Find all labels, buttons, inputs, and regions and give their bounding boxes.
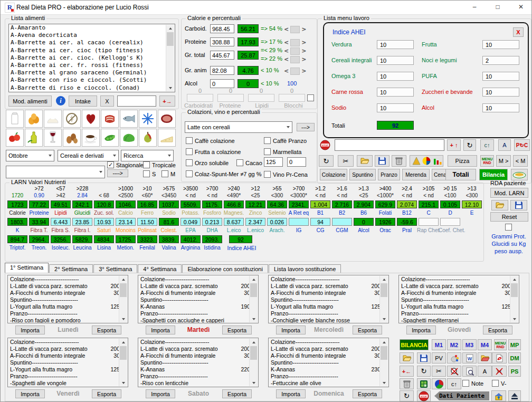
no-zoom-button[interactable] [447, 366, 461, 377]
no-cut-button[interactable]: ✂ [492, 366, 507, 377]
day-menu-list[interactable]: Colazione------------------------L-Latte… [7, 338, 128, 387]
lettuce-icon[interactable] [120, 129, 138, 147]
day-menu-list[interactable]: Colazione------------------------L-Latte… [268, 338, 389, 387]
v-checkbox[interactable]: V- [492, 380, 506, 387]
spinner-control[interactable]: <> [284, 56, 306, 63]
day-menu-list[interactable]: Colazione------------------------L-Latte… [7, 275, 128, 323]
food-list-item[interactable]: A-Barrette ai cer. cioc (tipo fitness) [9, 47, 166, 54]
food-list-item[interactable]: A-Barrette ai cer. cioc. (Kellogg's K) [9, 54, 166, 62]
spinner-control[interactable]: <> [284, 68, 306, 75]
save-button[interactable] [417, 352, 431, 363]
food-list-item[interactable]: A-Barrette con riso e cioccol. (Scotti) [9, 76, 166, 84]
scrollbar[interactable] [249, 339, 258, 386]
oliveoil-icon[interactable] [25, 129, 43, 147]
food-list-item[interactable]: A-Barrette ai cer. al cacao (cerealix) [9, 39, 166, 46]
meal-colazione-button[interactable]: Colazione [320, 169, 347, 180]
colazione-checkbox[interactable]: Caffè Pranzo [264, 137, 307, 144]
importa-button[interactable]: Importa [15, 389, 45, 398]
checkbox-box[interactable] [162, 170, 168, 177]
cacao-qty2-input[interactable]: 0 [287, 157, 306, 167]
vegetables-icon[interactable] [6, 129, 24, 147]
search-select[interactable]: Ricerca [121, 150, 174, 161]
checkbox-box[interactable] [264, 137, 271, 144]
checkbox-box[interactable] [186, 170, 193, 177]
refresh-button[interactable]: ↻ [417, 366, 431, 377]
importa-button[interactable]: Importa [276, 389, 306, 398]
checkbox-box[interactable] [264, 171, 271, 178]
stop-button[interactable]: STOP [417, 390, 431, 401]
pasta-dish-button[interactable] [511, 169, 528, 180]
cacao-checkbox[interactable]: Cacao [236, 159, 262, 166]
bilancia-button[interactable]: Bilancia [479, 169, 508, 180]
category-select[interactable]: Cereali e derivati [58, 150, 119, 161]
colazione-checkbox[interactable]: Orzo solubile [186, 159, 229, 166]
food-list-item[interactable]: A-Barrette di riso e cioccol. (Conad) [9, 84, 166, 92]
dm-button[interactable]: DM [508, 352, 521, 363]
scrollbar[interactable] [166, 25, 174, 91]
tropicale-checkbox[interactable]: Tropicale [143, 161, 176, 168]
esporta-button[interactable]: Esporta [222, 389, 252, 398]
scrollbar[interactable] [119, 339, 127, 386]
maximize-button[interactable]: □ [486, 1, 509, 14]
cal-value-input[interactable]: 445.67 [210, 51, 234, 60]
checkbox-box[interactable] [492, 380, 499, 387]
milk-icon[interactable] [6, 110, 24, 128]
pear-icon[interactable] [139, 129, 157, 147]
esporta-button[interactable]: Esporta [92, 389, 121, 398]
cal-value-input[interactable]: 308.88 [210, 37, 234, 46]
intake-button[interactable]: Intake [69, 95, 97, 107]
frozen-icon[interactable] [139, 110, 157, 128]
spinner-control[interactable]: <> [284, 26, 306, 33]
colazione-checkbox[interactable]: Marmellata [264, 148, 301, 155]
day-menu-list[interactable]: Colazione------------------------L-Latte… [398, 275, 519, 323]
checkbox-box[interactable] [143, 170, 150, 177]
home-upload-button[interactable] [491, 390, 506, 401]
rda-checkbox[interactable] [505, 224, 512, 231]
scrollbar[interactable] [249, 276, 258, 322]
checkbox-box[interactable] [264, 148, 271, 155]
extra-combo[interactable] [6, 166, 105, 178]
nuts-icon[interactable] [63, 129, 81, 147]
ps-button[interactable]: PS [508, 366, 521, 377]
food-search-input[interactable] [117, 95, 156, 107]
delete-button[interactable] [400, 378, 414, 389]
note-checkbox[interactable]: Note [462, 380, 483, 387]
eggs-icon[interactable] [25, 110, 43, 128]
checkbox-box[interactable] [186, 137, 193, 144]
pet-icon-button[interactable] [447, 352, 461, 363]
checkbox-box[interactable] [462, 380, 469, 387]
coffee-icon[interactable] [82, 129, 100, 147]
scrollbar[interactable] [379, 276, 388, 322]
colazione-checkbox[interactable]: Colaz-Spunt-Mer ≠7 gg % [186, 170, 261, 177]
food-list-item[interactable]: A-Avena decorticata [9, 32, 166, 39]
pdf-export-button[interactable] [492, 352, 507, 363]
vino-checkbox[interactable]: Vino Pr-Cena [264, 171, 308, 178]
go-arrow-button[interactable]: ----> [107, 169, 128, 177]
cal-value-input[interactable]: 82.08 [210, 66, 234, 75]
rda-save-button[interactable] [510, 200, 527, 210]
checkbox-box[interactable] [186, 159, 193, 166]
food-list[interactable]: A-AmarantoA-Avena decorticataA-Barrette … [8, 24, 175, 92]
checkbox-box[interactable] [236, 159, 243, 166]
importa-button[interactable]: Importa [146, 389, 175, 398]
day-menu-list[interactable]: Colazione------------------------L-Latte… [138, 275, 259, 323]
minimize-button[interactable]: – [463, 1, 486, 14]
m2-button[interactable]: M2 [447, 339, 461, 350]
scrollbar[interactable] [379, 339, 388, 386]
color-pie-button[interactable] [432, 378, 446, 389]
a-button[interactable]: A [478, 366, 492, 377]
esporta-button[interactable]: Esporta [222, 326, 252, 334]
importa-button[interactable]: Importa [146, 326, 175, 334]
cheese-icon[interactable] [158, 129, 176, 147]
day-menu-list[interactable]: Colazione------------------------L-Latte… [268, 275, 389, 323]
cut-button[interactable]: ✂ [432, 366, 446, 377]
organmeat-icon[interactable] [82, 110, 100, 128]
meal-merenda-button[interactable]: Merenda [402, 169, 430, 180]
m4-button[interactable]: M4 [478, 339, 492, 350]
legumes-icon[interactable] [101, 129, 119, 147]
m-checkbox[interactable]: M [162, 170, 175, 177]
bilancia-button[interactable]: BILANCIA [400, 339, 429, 350]
m3-button[interactable]: M3 [462, 339, 477, 350]
scrollbar[interactable] [119, 276, 127, 322]
scrollbar[interactable] [510, 276, 518, 322]
